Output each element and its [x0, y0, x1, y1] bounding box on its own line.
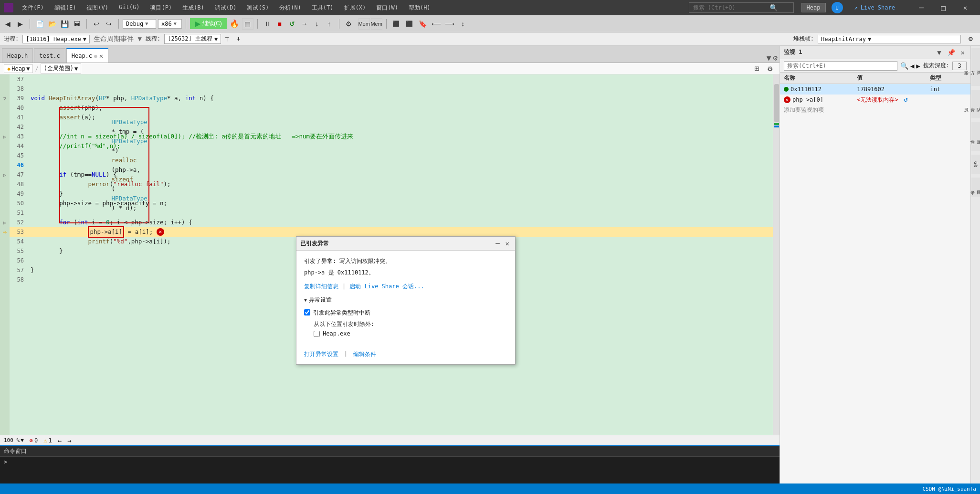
tab-heap-c-close[interactable]: ✕: [99, 52, 103, 60]
nav-back-btn[interactable]: ←: [58, 437, 62, 444]
scope-dropdown[interactable]: ◆ Heap ▼: [4, 64, 33, 73]
title-search-icon[interactable]: 🔍: [769, 4, 778, 11]
maximize-button[interactable]: □: [932, 0, 954, 15]
menu-analysis[interactable]: 分析(N): [274, 2, 306, 14]
dialog-copy-link[interactable]: 复制详细信息: [304, 282, 338, 291]
profile-button[interactable]: ▦: [242, 18, 253, 30]
watch-row-2[interactable]: ✕ php->a[0] <无法读取内存> ↺: [780, 95, 970, 105]
align-right-btn[interactable]: ⬛: [404, 18, 415, 30]
dialog-checkbox1[interactable]: [304, 309, 310, 315]
thread-dropdown[interactable]: [25632] 主线程 ▼: [164, 34, 221, 44]
save-button[interactable]: 🖬: [71, 18, 83, 30]
step-over-btn[interactable]: →: [299, 18, 310, 30]
new-file-button[interactable]: 📄: [34, 18, 45, 30]
editor-scrollbar[interactable]: [773, 74, 780, 435]
sidebar-btn-2[interactable]: 团队资源: [971, 90, 980, 118]
menu-view[interactable]: 视图(V): [82, 2, 113, 14]
watch-close-btn[interactable]: ✕: [959, 48, 967, 57]
step-out-btn[interactable]: ↑: [324, 18, 335, 30]
continue-button[interactable]: ▶ 继续(C): [190, 18, 227, 29]
live-share-button[interactable]: ↗ Live Share: [849, 2, 901, 13]
dialog-footer-link1[interactable]: 打开异常设置: [304, 350, 338, 358]
filter-btn1[interactable]: ⬇: [233, 33, 244, 45]
arch-dropdown[interactable]: x86 ▼: [158, 19, 182, 29]
step-into-btn[interactable]: ↓: [311, 18, 323, 30]
sidebar-btn-4[interactable]: Git: [971, 155, 980, 174]
open-button[interactable]: 📂: [46, 18, 58, 30]
heap-button[interactable]: Heap: [801, 3, 826, 12]
menu-window[interactable]: 窗口(W): [371, 2, 403, 14]
mem-btn2[interactable]: Mem: [371, 18, 382, 30]
bookmark-btn[interactable]: 🔖: [417, 18, 429, 30]
collapse-43-icon[interactable]: ▷: [3, 134, 6, 139]
collapse-47-icon[interactable]: ▷: [3, 172, 6, 178]
watch-refresh-btn[interactable]: ↺: [904, 95, 907, 103]
save-all-button[interactable]: 💾: [59, 18, 70, 30]
title-search-box[interactable]: 🔍: [689, 2, 794, 13]
watch-collapse-btn[interactable]: ▼: [935, 48, 943, 57]
nav-fwd-btn[interactable]: →: [67, 437, 71, 444]
watch-search-icon[interactable]: 🔍: [900, 62, 908, 70]
menu-help[interactable]: 帮助(H): [404, 2, 435, 14]
menu-test[interactable]: 测试(S): [242, 2, 274, 14]
align-left-btn[interactable]: ⬛: [390, 18, 402, 30]
collapse-52-icon[interactable]: ▷: [3, 220, 6, 225]
menu-build[interactable]: 生成(B): [178, 2, 209, 14]
nav-fwd-button[interactable]: ▶: [14, 18, 26, 30]
watch-search-input[interactable]: [784, 61, 897, 71]
split-down-btn[interactable]: ⊞: [751, 63, 762, 74]
dialog-close-btn[interactable]: ✕: [504, 239, 511, 248]
sidebar-btn-5[interactable]: 目录: [971, 178, 980, 197]
minimize-button[interactable]: ─: [910, 0, 932, 15]
extra-btn[interactable]: ↕: [457, 18, 469, 30]
stop-button[interactable]: ■: [274, 18, 285, 30]
bookmark-prev-btn[interactable]: ⟵: [431, 18, 442, 30]
dialog-footer-link2[interactable]: 编辑条件: [353, 350, 376, 358]
watch-next-btn[interactable]: ▶: [916, 62, 920, 70]
lifecycle-label[interactable]: 生命周期事件 ▼: [94, 35, 142, 43]
bottom-panel-content[interactable]: >: [0, 457, 780, 467]
avatar[interactable]: U: [832, 2, 843, 13]
menu-file[interactable]: 文件(F): [17, 2, 49, 14]
stack-dropdown[interactable]: HeapInitArray ▼: [818, 35, 961, 43]
function-dropdown[interactable]: (全局范围) ▼: [41, 63, 82, 74]
dialog-liveshare-link[interactable]: 启动 Live Share 会话...: [349, 282, 424, 291]
tab-settings-btn[interactable]: ⚙: [773, 53, 778, 63]
scrollbar-thumb[interactable]: [774, 84, 779, 122]
title-search-input[interactable]: [693, 4, 769, 11]
watch-prev-btn[interactable]: ◀: [910, 62, 914, 70]
debug-config-dropdown[interactable]: Debug ▼: [123, 19, 156, 29]
tab-test-c[interactable]: test.c: [34, 48, 65, 63]
extra-debug-1[interactable]: ⚙: [343, 18, 355, 30]
bookmark-next-btn[interactable]: ⟶: [444, 18, 455, 30]
tab-overflow-btn[interactable]: ▼: [767, 53, 771, 63]
tab-heap-c[interactable]: Heap.c ● ✕: [66, 48, 108, 63]
error-icon: ⊗: [30, 437, 33, 444]
pause-button[interactable]: ⏸: [262, 18, 273, 30]
nav-back-button[interactable]: ◀: [2, 18, 13, 30]
menu-git[interactable]: Git(G): [114, 2, 144, 14]
watch-row-1[interactable]: 0x1110112 17891602 int: [780, 84, 970, 95]
stack-settings-btn[interactable]: ⚙: [965, 33, 976, 45]
tab-heap-h[interactable]: Heap.h: [2, 48, 33, 63]
dialog-checkbox2[interactable]: [314, 331, 320, 337]
restart-button[interactable]: ↺: [286, 18, 298, 30]
close-button[interactable]: ✕: [954, 0, 976, 15]
collapse-39-icon[interactable]: ▽: [3, 96, 6, 101]
sidebar-btn-1[interactable]: 解决方案: [971, 48, 980, 86]
mem-btn1[interactable]: Mem: [358, 18, 370, 30]
menu-extensions[interactable]: 扩展(X): [339, 2, 371, 14]
redo-button[interactable]: ↪: [103, 18, 115, 30]
undo-button[interactable]: ↩: [91, 18, 102, 30]
sidebar-btn-3[interactable]: 属性: [971, 122, 980, 151]
process-dropdown[interactable]: [18116] Heap.exe ▼: [22, 35, 90, 43]
watch-pin-btn[interactable]: 📌: [945, 48, 957, 57]
menu-project[interactable]: 项目(P): [145, 2, 177, 14]
menu-debug[interactable]: 调试(D): [210, 2, 242, 14]
dialog-minimize-btn[interactable]: ─: [494, 239, 501, 248]
fire-button[interactable]: 🔥: [229, 18, 240, 30]
watch-add-item[interactable]: 添加要监视的项: [780, 105, 970, 115]
menu-tools[interactable]: 工具(T): [307, 2, 338, 14]
editor-settings-btn[interactable]: ⚙: [764, 63, 776, 74]
menu-edit[interactable]: 编辑(E): [50, 2, 81, 14]
